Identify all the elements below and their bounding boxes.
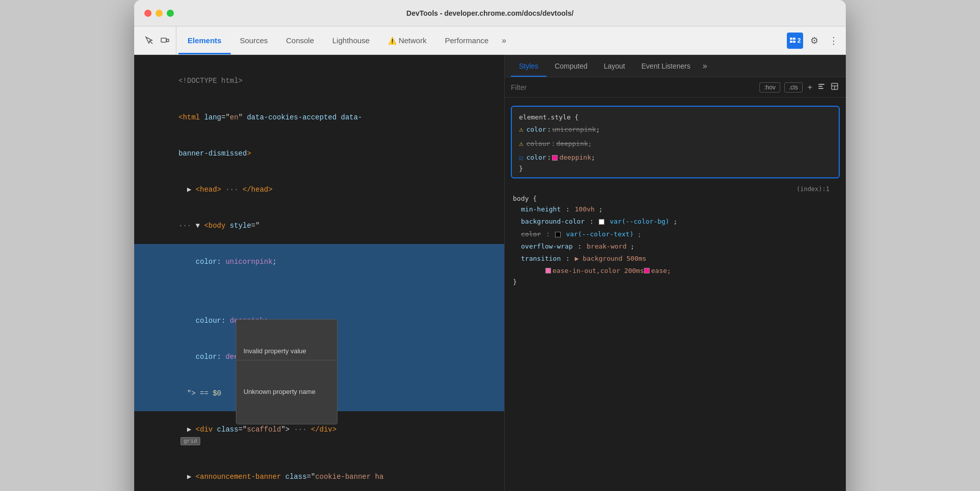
prop-name-2[interactable]: colour — [526, 138, 550, 149]
svg-rect-3 — [790, 38, 792, 40]
main-tabbar: Elements Sources Console Lighthouse ⚠️ N… — [134, 26, 846, 55]
svg-rect-5 — [790, 41, 792, 43]
body-rule-selector[interactable]: body { — [513, 194, 838, 203]
tooltip-popup: Invalid property value Unknown property … — [236, 319, 338, 424]
filter-input[interactable] — [511, 83, 755, 91]
rule-source: (index):1 — [513, 185, 838, 194]
devtools-window: DevTools - developer.chrome.com/docs/dev… — [134, 0, 846, 491]
toolbar-icons — [138, 26, 176, 54]
filter-bar: :hov .cls + — [505, 77, 846, 98]
text-color-swatch[interactable] — [555, 232, 561, 237]
dom-body-open: ··· ▼ <body style=" — [134, 208, 504, 244]
styles-tabbar: Styles Computed Layout Event Listeners » — [505, 55, 846, 77]
add-style-icon[interactable]: + — [807, 82, 813, 93]
notifications-button[interactable]: 2 — [787, 33, 803, 49]
tab-lighthouse[interactable]: Lighthouse — [323, 26, 379, 54]
cls-button[interactable]: .cls — [784, 82, 803, 93]
body-rule-close: } — [513, 277, 838, 287]
dom-html-open2: banner-dismissed> — [134, 135, 504, 171]
check-icon-1[interactable]: ☑ — [519, 152, 523, 164]
prop-value-2[interactable]: deeppink — [556, 138, 588, 149]
filter-icons: + — [807, 81, 840, 94]
styles-more-tabs[interactable]: » — [698, 62, 711, 71]
dom-panel[interactable]: <!DOCTYPE html> <html lang="en" data-coo… — [134, 55, 504, 491]
svg-rect-7 — [818, 84, 824, 85]
tab-computed[interactable]: Computed — [546, 55, 596, 77]
dom-html-open: <html lang="en" data-cookies-accepted da… — [134, 99, 504, 135]
tab-sources[interactable]: Sources — [231, 26, 277, 54]
tab-console[interactable]: Console — [277, 26, 323, 54]
ease-swatch-1[interactable] — [545, 268, 551, 273]
color-swatch-1[interactable] — [552, 155, 558, 161]
toolbar-right: 2 ⚙ ⋮ — [787, 33, 842, 49]
dom-head: ▶ <head> ··· </head> — [134, 172, 504, 208]
ease-swatch-2[interactable] — [644, 268, 650, 273]
warning-icon-2: ⚠ — [519, 138, 523, 150]
bg-color-swatch[interactable] — [599, 219, 604, 225]
close-button[interactable] — [144, 10, 151, 17]
layout-icon[interactable] — [830, 81, 840, 94]
element-style-block: element.style { ⚠ color : unicornpink ; … — [511, 106, 840, 178]
grid-badge[interactable]: grid — [180, 437, 200, 445]
prop-value-3[interactable]: deeppink — [559, 152, 591, 163]
tooltip-item-2: Unknown property name — [236, 383, 337, 401]
styles-content: element.style { ⚠ color : unicornpink ; … — [505, 98, 846, 491]
warning-icon: ⚠️ — [388, 37, 396, 45]
body-prop-minheight: min-height : 100vh ; — [513, 203, 838, 216]
svg-rect-9 — [818, 88, 823, 89]
tab-layout[interactable]: Layout — [596, 55, 633, 77]
svg-line-0 — [149, 41, 152, 44]
svg-rect-4 — [793, 38, 795, 40]
more-options-icon[interactable]: ⋮ — [825, 33, 842, 49]
body-prop-bgcolor: background-color : var(--color-bg) ; — [513, 216, 838, 228]
style-close-brace: } — [519, 165, 832, 172]
body-prop-color: color : var(--color-text) ; — [513, 228, 838, 240]
main-area: <!DOCTYPE html> <html lang="en" data-coo… — [134, 55, 846, 491]
minimize-button[interactable] — [156, 10, 163, 17]
titlebar: DevTools - developer.chrome.com/docs/dev… — [134, 0, 846, 26]
more-tabs-button[interactable]: » — [498, 26, 510, 54]
inspect-icon[interactable] — [143, 35, 156, 47]
dom-announcement1: ▶ <announcement-banner class="cookie-ban… — [134, 459, 504, 491]
tab-performance[interactable]: Performance — [436, 26, 498, 54]
tab-styles[interactable]: Styles — [511, 55, 546, 77]
element-style-selector: element.style { — [519, 112, 832, 122]
style-prop-1: ⚠ color : unicornpink ; — [519, 122, 832, 137]
dom-doctype: <!DOCTYPE html> — [134, 63, 504, 99]
svg-rect-6 — [793, 41, 795, 43]
style-prop-2: ⚠ colour : deeppink ; — [519, 137, 832, 151]
body-prop-transition-2: ease-in-out,color 200ms ease; — [513, 265, 838, 277]
prop-name-1[interactable]: color — [526, 124, 546, 135]
maximize-button[interactable] — [167, 10, 174, 17]
tab-elements[interactable]: Elements — [178, 26, 231, 54]
window-controls — [144, 10, 174, 17]
tab-event-listeners[interactable]: Event Listeners — [633, 55, 699, 77]
svg-rect-2 — [167, 39, 169, 42]
dom-body-color1: color: unicornpink; Invalid property val… — [134, 244, 504, 303]
warning-icon-1: ⚠ — [519, 124, 523, 136]
prop-value-1[interactable]: unicornpink — [552, 124, 596, 135]
window-title: DevTools - developer.chrome.com/docs/dev… — [407, 9, 574, 17]
device-icon[interactable] — [159, 35, 171, 47]
settings-icon[interactable]: ⚙ — [806, 33, 822, 49]
hov-button[interactable]: :hov — [759, 82, 780, 93]
styles-panel: Styles Computed Layout Event Listeners » — [504, 55, 846, 491]
body-prop-overflow: overflow-wrap : break-word ; — [513, 240, 838, 253]
body-rule-block: (index):1 body { min-height : 100vh ; — [505, 182, 846, 289]
tooltip-item-1: Invalid property value — [236, 343, 337, 361]
style-prop-3: ☑ color : deeppink ; — [519, 151, 832, 165]
prop-name-3[interactable]: color — [526, 152, 546, 163]
style-editor-icon[interactable] — [816, 81, 826, 94]
svg-rect-8 — [818, 86, 822, 87]
body-prop-transition: transition : ▶ background 500ms — [513, 253, 838, 265]
tab-network[interactable]: ⚠️ Network — [379, 26, 436, 54]
svg-rect-1 — [161, 38, 166, 42]
